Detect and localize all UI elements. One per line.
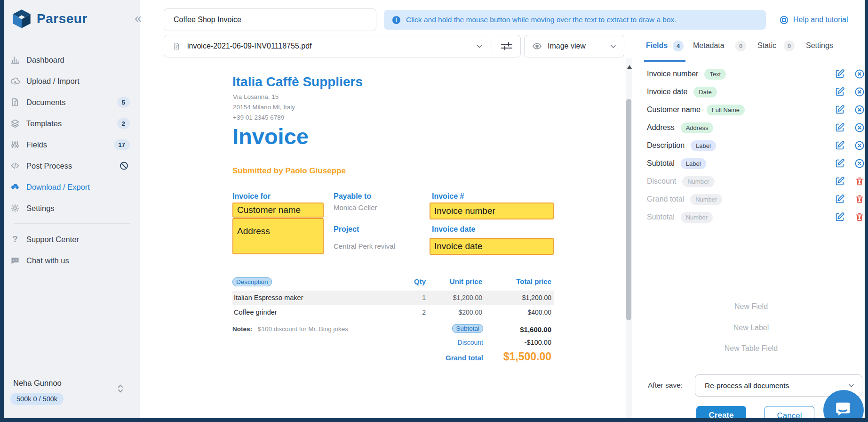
collapse-sidebar-icon[interactable]: «: [135, 11, 142, 26]
sidebar-item-label: Documents: [26, 98, 65, 107]
sliders-icon: [10, 140, 20, 149]
sidebar-item-templates[interactable]: Templates 2: [4, 113, 140, 134]
active-tab-underline: [644, 60, 685, 62]
hint-banner-text: Click and hold the mouse button while mo…: [406, 16, 677, 24]
field-type-badge: Address: [681, 122, 714, 133]
edit-field-icon[interactable]: [835, 87, 845, 97]
edit-field-icon[interactable]: [835, 212, 845, 222]
doc-grand-total-label: Grand total: [426, 354, 483, 362]
sidebar-item-label: Settings: [26, 204, 55, 213]
cloud-download-icon: [10, 182, 20, 192]
sidebar-item-label: Templates: [26, 119, 62, 128]
row-total: $1,200.00: [480, 294, 551, 301]
remove-field-icon[interactable]: [854, 87, 865, 97]
description-highlight[interactable]: Description: [232, 277, 272, 286]
help-and-tutorial-link[interactable]: Help and tutorial: [779, 14, 848, 25]
document-filename: invoice-2021-06-09-INV01118755.pdf: [187, 42, 476, 50]
extraction-box-invoice-date[interactable]: Invoice date: [430, 238, 554, 255]
sidebar-item-label: Fields: [26, 140, 47, 149]
new-field-button[interactable]: New Field: [637, 302, 865, 311]
sidebar-item-label: Upload / Import: [26, 77, 80, 86]
sidebar-item-support-center[interactable]: ? Support Center: [4, 229, 140, 250]
edit-field-icon[interactable]: [835, 140, 845, 151]
frame-edge-bottom: [0, 418, 868, 422]
field-type-badge: Number: [690, 194, 722, 205]
static-tab-count: 0: [784, 41, 795, 51]
sidebar-item-download-export[interactable]: Download / Export: [4, 177, 140, 197]
field-row: Customer name Full Name: [647, 101, 865, 119]
document-selector[interactable]: invoice-2021-06-09-INV01118755.pdf: [164, 35, 521, 57]
sidebar-item-settings[interactable]: Settings: [4, 198, 140, 219]
doc-project-label: Project: [334, 225, 359, 234]
sidebar-item-dashboard[interactable]: Dashboard: [4, 49, 140, 70]
account-switcher-icon[interactable]: [117, 383, 125, 395]
remove-field-icon[interactable]: [854, 140, 865, 151]
extraction-box-address[interactable]: Address: [232, 218, 324, 254]
viewer-scrollbar-thumb[interactable]: [626, 99, 631, 320]
parseur-logo-icon[interactable]: [11, 8, 32, 29]
tab-static[interactable]: Static: [757, 41, 776, 50]
subtotal-highlight[interactable]: Subtotal: [452, 324, 483, 333]
brand-wordmark: Parseur: [37, 11, 88, 26]
template-name-input[interactable]: [164, 8, 376, 31]
edit-field-icon[interactable]: [835, 69, 845, 79]
tab-metadata[interactable]: Metadata: [693, 41, 725, 50]
doc-submitted-by: Submitted by Paolo Giuseppe: [232, 166, 346, 176]
sidebar-item-label: Support Center: [26, 235, 79, 244]
filter-sliders-icon[interactable]: [501, 41, 513, 51]
remove-field-icon[interactable]: [854, 69, 865, 79]
sidebar-item-post-process[interactable]: Post Process: [4, 155, 140, 176]
sidebar-item-label: Post Process: [26, 162, 72, 170]
sidebar-item-chat[interactable]: Chat with us: [4, 250, 140, 271]
field-name: Address: [647, 123, 675, 132]
doc-address-line: 20154 Milano MI, Italy: [233, 104, 295, 111]
blocked-icon: [119, 161, 129, 171]
remove-field-icon[interactable]: [854, 158, 865, 169]
edit-field-icon[interactable]: [835, 105, 845, 115]
row-desc: Coffee grinder: [234, 308, 277, 316]
messenger-icon: [835, 400, 852, 418]
new-label-button[interactable]: New Label: [637, 324, 865, 332]
sidebar-item-fields[interactable]: Fields 17: [4, 134, 140, 155]
field-type-badge: Label: [691, 140, 716, 151]
doc-th-description[interactable]: Description: [232, 277, 272, 286]
view-mode-dropdown[interactable]: Image view: [524, 35, 624, 57]
doc-subtotal-value: $1,600.00: [480, 325, 551, 333]
tab-settings[interactable]: Settings: [806, 41, 833, 50]
eye-icon: [532, 42, 542, 50]
metadata-tab-count: 0: [735, 41, 746, 51]
delete-field-icon[interactable]: [854, 194, 865, 204]
tab-fields[interactable]: Fields: [646, 41, 668, 50]
gear-icon: [10, 203, 20, 213]
row-qty: 1: [390, 294, 426, 301]
delete-field-icon[interactable]: [854, 176, 865, 187]
field-name: Invoice number: [647, 70, 698, 78]
row-desc: Italian Espresso maker: [234, 294, 303, 301]
sidebar-item-documents[interactable]: Documents 5: [4, 92, 140, 113]
extraction-box-invoice-number[interactable]: Invoice number: [430, 203, 554, 219]
subtotal-highlight-wrap[interactable]: Subtotal: [449, 324, 483, 333]
field-row: Subtotal Number: [647, 208, 865, 226]
delete-field-icon[interactable]: [854, 212, 865, 222]
remove-field-icon[interactable]: [854, 105, 865, 115]
edit-field-icon[interactable]: [835, 158, 845, 169]
doc-payable-to-label: Payable to: [334, 192, 371, 201]
field-row: Discount Number: [647, 172, 865, 190]
remove-field-icon[interactable]: [854, 122, 865, 133]
field-row: Address Address: [647, 119, 865, 137]
field-row: Grand total Number: [647, 190, 865, 208]
edit-field-icon[interactable]: [835, 122, 845, 133]
doc-notes-text: $100 discount for Mr. Bing jokes: [258, 325, 348, 333]
scrollbar-up-arrow[interactable]: [627, 65, 632, 69]
edit-field-icon[interactable]: [835, 194, 845, 204]
cloud-upload-icon: [10, 76, 20, 86]
doc-notes-label: Notes:: [232, 325, 252, 333]
edit-field-icon[interactable]: [835, 176, 845, 187]
doc-invoice-date-label: Invoice date: [432, 225, 475, 234]
field-name: Description: [647, 141, 685, 150]
extraction-box-customer-name[interactable]: Customer name: [232, 203, 324, 218]
hint-banner: Click and hold the mouse button while mo…: [384, 10, 766, 30]
doc-grand-total-value: $1,500.00: [480, 350, 551, 363]
new-table-field-button[interactable]: New Table Field: [637, 344, 865, 353]
sidebar-item-upload-import[interactable]: Upload / Import: [4, 71, 140, 91]
